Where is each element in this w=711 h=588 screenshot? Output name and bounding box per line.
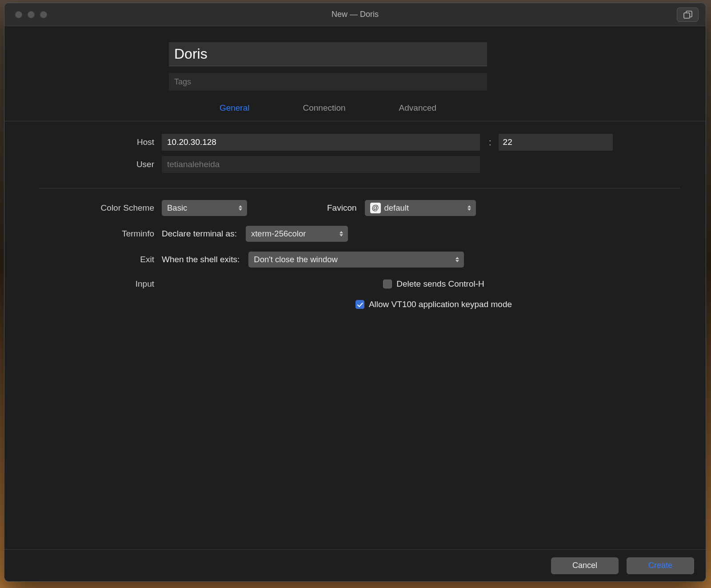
exit-prefix: When the shell exits: [162,255,240,264]
chevron-updown-icon [454,252,460,268]
favicon-value: default [384,203,409,213]
delete-sends-ctrl-h-checkbox[interactable]: Delete sends Control-H [383,279,484,289]
terminfo-prefix: Declare terminal as: [162,229,237,239]
tags-input[interactable] [169,73,487,91]
app-window: New — Doris General Connection Advanced [4,3,706,582]
cancel-button[interactable]: Cancel [551,557,619,574]
tab-connection[interactable]: Connection [303,103,345,113]
tab-bar: General Connection Advanced [169,103,487,113]
row-user: User [4,153,706,176]
window-duplicate-button[interactable] [677,8,699,22]
row-color-favicon: Color Scheme Basic Favicon @ default [4,197,706,219]
vt100-keypad-checkbox[interactable]: Allow VT100 application keypad mode [356,300,512,309]
input-label: Input [4,279,162,289]
window-title: New — Doris [4,10,706,19]
row-terminfo: Terminfo Declare terminal as: xterm-256c… [4,223,706,244]
color-scheme-value: Basic [167,203,187,213]
color-scheme-select[interactable]: Basic [162,200,247,216]
section-divider [39,188,680,188]
multi-window-icon [683,11,692,19]
favicon-select[interactable]: @ default [365,200,476,216]
exit-label: Exit [4,255,162,264]
row-input: Input Delete sends Control-H Allow VT100… [4,276,706,316]
delete-sends-ctrl-h-label: Delete sends Control-H [396,279,484,289]
minimize-window-button[interactable] [28,11,35,18]
terminfo-select[interactable]: xterm-256color [246,226,348,242]
row-exit: Exit When the shell exits: Don't close t… [4,249,706,270]
user-label: User [4,160,162,169]
chevron-updown-icon [338,226,344,242]
host-port-separator: : [489,137,491,148]
window-controls [12,11,47,18]
svg-rect-0 [684,13,690,18]
titlebar: New — Doris [4,3,706,26]
checkbox-icon [356,300,364,309]
content-area: Host : ▲ ▼ User Color [4,121,706,549]
row-host: Host : ▲ ▼ [4,131,706,153]
tab-general[interactable]: General [220,103,250,113]
user-input[interactable] [162,156,480,173]
host-label: Host [4,137,162,147]
exit-behavior-select[interactable]: Don't close the window [248,252,464,268]
create-button[interactable]: Create [627,557,694,574]
close-window-button[interactable] [15,11,22,18]
chevron-updown-icon [237,200,244,216]
zoom-window-button[interactable] [40,11,47,18]
chevron-updown-icon [466,200,472,216]
terminfo-value: xterm-256color [251,229,306,239]
host-input[interactable] [162,134,480,151]
vt100-keypad-label: Allow VT100 application keypad mode [369,300,512,309]
favicon-label: Favicon [327,203,357,212]
footer: Cancel Create [4,549,706,581]
color-scheme-label: Color Scheme [4,203,162,213]
tab-advanced[interactable]: Advanced [399,103,437,113]
port-input[interactable] [499,134,613,151]
connection-name-input[interactable] [169,42,487,66]
checkbox-icon [383,280,392,288]
port-field: ▲ ▼ [499,134,567,151]
header-section: General Connection Advanced [4,26,706,121]
terminfo-label: Terminfo [4,229,162,239]
at-sign-icon: @ [370,203,381,213]
exit-value: Don't close the window [254,255,338,264]
